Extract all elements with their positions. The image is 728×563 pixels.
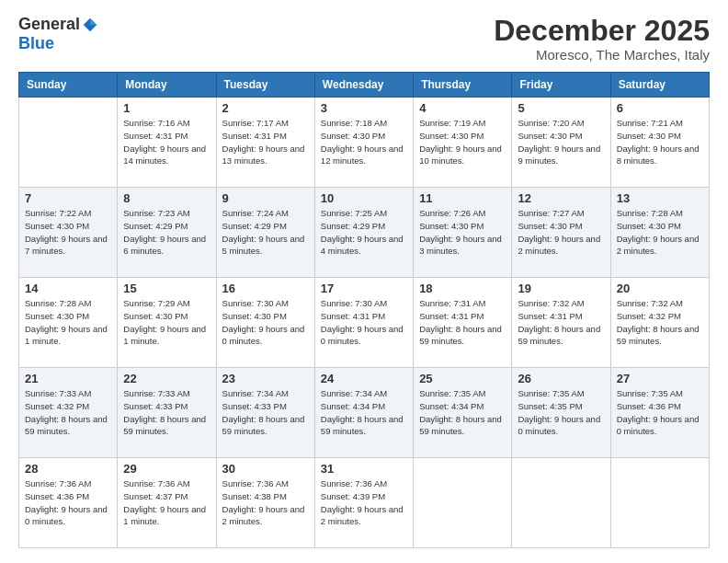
day-number: 23 — [222, 372, 309, 385]
logo-icon — [82, 17, 98, 33]
day-info: Sunrise: 7:35 AM Sunset: 4:36 PM Dayligh… — [617, 387, 703, 438]
calendar-table: Sunday Monday Tuesday Wednesday Thursday… — [18, 72, 710, 548]
calendar-cell: 20Sunrise: 7:32 AM Sunset: 4:32 PM Dayli… — [610, 278, 709, 368]
location: Moresco, The Marches, Italy — [494, 47, 710, 63]
day-info: Sunrise: 7:36 AM Sunset: 4:37 PM Dayligh… — [123, 477, 210, 528]
calendar-cell: 11Sunrise: 7:26 AM Sunset: 4:30 PM Dayli… — [414, 188, 512, 278]
week-row-2: 7Sunrise: 7:22 AM Sunset: 4:30 PM Daylig… — [19, 188, 710, 278]
col-wednesday: Wednesday — [314, 73, 413, 98]
week-row-3: 14Sunrise: 7:28 AM Sunset: 4:30 PM Dayli… — [19, 278, 710, 368]
calendar-cell: 1Sunrise: 7:16 AM Sunset: 4:31 PM Daylig… — [118, 98, 216, 188]
day-info: Sunrise: 7:26 AM Sunset: 4:30 PM Dayligh… — [419, 207, 506, 258]
calendar-cell: 2Sunrise: 7:17 AM Sunset: 4:31 PM Daylig… — [216, 98, 314, 188]
col-thursday: Thursday — [414, 73, 512, 98]
calendar-cell: 5Sunrise: 7:20 AM Sunset: 4:30 PM Daylig… — [512, 98, 610, 188]
title-section: December 2025 Moresco, The Marches, Ital… — [494, 15, 710, 63]
day-info: Sunrise: 7:18 AM Sunset: 4:30 PM Dayligh… — [321, 117, 407, 167]
calendar-cell — [610, 458, 709, 548]
day-info: Sunrise: 7:22 AM Sunset: 4:30 PM Dayligh… — [25, 207, 111, 258]
col-sunday: Sunday — [19, 73, 118, 98]
calendar-cell: 21Sunrise: 7:33 AM Sunset: 4:32 PM Dayli… — [19, 368, 118, 458]
col-tuesday: Tuesday — [216, 73, 314, 98]
day-number: 11 — [419, 191, 506, 205]
day-info: Sunrise: 7:17 AM Sunset: 4:31 PM Dayligh… — [222, 117, 309, 167]
calendar-cell: 22Sunrise: 7:33 AM Sunset: 4:33 PM Dayli… — [118, 368, 216, 458]
day-number: 7 — [25, 191, 111, 205]
day-number: 26 — [518, 372, 604, 385]
logo-general: General — [18, 15, 80, 34]
calendar-cell: 18Sunrise: 7:31 AM Sunset: 4:31 PM Dayli… — [414, 278, 512, 368]
day-number: 13 — [617, 191, 703, 205]
logo: General Blue — [18, 15, 98, 53]
day-info: Sunrise: 7:19 AM Sunset: 4:30 PM Dayligh… — [419, 117, 506, 167]
month-title: December 2025 — [494, 15, 710, 47]
day-info: Sunrise: 7:20 AM Sunset: 4:30 PM Dayligh… — [518, 117, 604, 167]
day-number: 31 — [321, 462, 407, 476]
day-number: 29 — [123, 462, 210, 476]
day-info: Sunrise: 7:21 AM Sunset: 4:30 PM Dayligh… — [617, 117, 703, 167]
day-info: Sunrise: 7:27 AM Sunset: 4:30 PM Dayligh… — [518, 207, 604, 258]
week-row-5: 28Sunrise: 7:36 AM Sunset: 4:36 PM Dayli… — [19, 458, 710, 548]
day-info: Sunrise: 7:32 AM Sunset: 4:31 PM Dayligh… — [518, 297, 604, 348]
calendar-cell — [512, 458, 610, 548]
day-info: Sunrise: 7:24 AM Sunset: 4:29 PM Dayligh… — [222, 207, 309, 258]
day-number: 16 — [222, 282, 309, 295]
day-number: 12 — [518, 191, 604, 205]
calendar-cell: 31Sunrise: 7:36 AM Sunset: 4:39 PM Dayli… — [314, 458, 413, 548]
col-monday: Monday — [118, 73, 216, 98]
day-info: Sunrise: 7:23 AM Sunset: 4:29 PM Dayligh… — [123, 207, 210, 258]
day-info: Sunrise: 7:34 AM Sunset: 4:33 PM Dayligh… — [222, 387, 309, 438]
calendar-cell: 19Sunrise: 7:32 AM Sunset: 4:31 PM Dayli… — [512, 278, 610, 368]
svg-marker-1 — [90, 17, 97, 24]
calendar-cell: 16Sunrise: 7:30 AM Sunset: 4:30 PM Dayli… — [216, 278, 314, 368]
day-info: Sunrise: 7:36 AM Sunset: 4:39 PM Dayligh… — [321, 477, 407, 528]
calendar-cell: 4Sunrise: 7:19 AM Sunset: 4:30 PM Daylig… — [414, 98, 512, 188]
day-number: 20 — [617, 282, 703, 295]
day-info: Sunrise: 7:28 AM Sunset: 4:30 PM Dayligh… — [617, 207, 703, 258]
day-number: 27 — [617, 372, 703, 385]
day-info: Sunrise: 7:29 AM Sunset: 4:30 PM Dayligh… — [123, 297, 210, 348]
calendar-cell: 30Sunrise: 7:36 AM Sunset: 4:38 PM Dayli… — [216, 458, 314, 548]
calendar-cell — [19, 98, 118, 188]
page: General Blue December 2025 Moresco, The … — [0, 0, 728, 563]
week-row-1: 1Sunrise: 7:16 AM Sunset: 4:31 PM Daylig… — [19, 98, 710, 188]
header: General Blue December 2025 Moresco, The … — [18, 15, 710, 63]
day-info: Sunrise: 7:31 AM Sunset: 4:31 PM Dayligh… — [419, 297, 506, 348]
calendar-header-row: Sunday Monday Tuesday Wednesday Thursday… — [19, 73, 710, 98]
calendar-cell: 8Sunrise: 7:23 AM Sunset: 4:29 PM Daylig… — [118, 188, 216, 278]
day-info: Sunrise: 7:34 AM Sunset: 4:34 PM Dayligh… — [321, 387, 407, 438]
day-info: Sunrise: 7:28 AM Sunset: 4:30 PM Dayligh… — [25, 297, 111, 348]
day-number: 2 — [222, 101, 309, 115]
calendar-cell: 14Sunrise: 7:28 AM Sunset: 4:30 PM Dayli… — [19, 278, 118, 368]
day-info: Sunrise: 7:25 AM Sunset: 4:29 PM Dayligh… — [321, 207, 407, 258]
day-number: 15 — [123, 282, 210, 295]
calendar-cell: 17Sunrise: 7:30 AM Sunset: 4:31 PM Dayli… — [314, 278, 413, 368]
calendar-cell: 9Sunrise: 7:24 AM Sunset: 4:29 PM Daylig… — [216, 188, 314, 278]
day-info: Sunrise: 7:30 AM Sunset: 4:31 PM Dayligh… — [321, 297, 407, 348]
calendar-cell: 10Sunrise: 7:25 AM Sunset: 4:29 PM Dayli… — [314, 188, 413, 278]
day-info: Sunrise: 7:36 AM Sunset: 4:36 PM Dayligh… — [25, 477, 111, 528]
calendar-cell: 27Sunrise: 7:35 AM Sunset: 4:36 PM Dayli… — [610, 368, 709, 458]
day-number: 6 — [617, 101, 703, 115]
calendar-cell: 26Sunrise: 7:35 AM Sunset: 4:35 PM Dayli… — [512, 368, 610, 458]
day-info: Sunrise: 7:32 AM Sunset: 4:32 PM Dayligh… — [617, 297, 703, 348]
calendar-cell — [414, 458, 512, 548]
day-info: Sunrise: 7:16 AM Sunset: 4:31 PM Dayligh… — [123, 117, 210, 167]
day-info: Sunrise: 7:30 AM Sunset: 4:30 PM Dayligh… — [222, 297, 309, 348]
calendar-cell: 6Sunrise: 7:21 AM Sunset: 4:30 PM Daylig… — [610, 98, 709, 188]
day-number: 19 — [518, 282, 604, 295]
day-number: 30 — [222, 462, 309, 476]
day-number: 24 — [321, 372, 407, 385]
calendar-cell: 7Sunrise: 7:22 AM Sunset: 4:30 PM Daylig… — [19, 188, 118, 278]
day-number: 28 — [25, 462, 111, 476]
day-number: 18 — [419, 282, 506, 295]
week-row-4: 21Sunrise: 7:33 AM Sunset: 4:32 PM Dayli… — [19, 368, 710, 458]
logo-blue: Blue — [18, 34, 54, 53]
calendar-cell: 15Sunrise: 7:29 AM Sunset: 4:30 PM Dayli… — [118, 278, 216, 368]
day-info: Sunrise: 7:36 AM Sunset: 4:38 PM Dayligh… — [222, 477, 309, 528]
col-friday: Friday — [512, 73, 610, 98]
day-number: 25 — [419, 372, 506, 385]
calendar-cell: 29Sunrise: 7:36 AM Sunset: 4:37 PM Dayli… — [118, 458, 216, 548]
calendar-cell: 24Sunrise: 7:34 AM Sunset: 4:34 PM Dayli… — [314, 368, 413, 458]
calendar-cell: 25Sunrise: 7:35 AM Sunset: 4:34 PM Dayli… — [414, 368, 512, 458]
